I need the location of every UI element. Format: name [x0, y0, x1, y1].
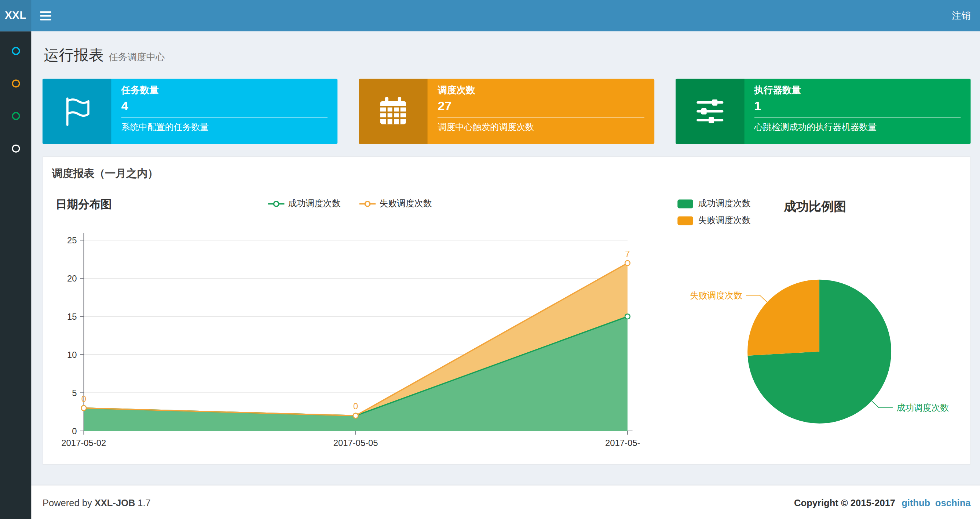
legend-swatch	[678, 200, 693, 209]
sliders-icon	[694, 95, 726, 128]
page-subtitle: 任务调度中心	[109, 51, 165, 62]
svg-text:5: 5	[72, 388, 76, 398]
divider	[754, 117, 961, 118]
svg-text:失败调度次数: 失败调度次数	[690, 290, 742, 300]
calendar-icon	[377, 95, 410, 128]
info-box-title: 调度次数	[438, 85, 644, 96]
legend-item-success[interactable]: 成功调度次数	[678, 198, 750, 209]
info-box-icon-area	[676, 79, 744, 144]
legend-item-success[interactable]: 成功调度次数	[268, 198, 341, 209]
info-box-value: 4	[121, 99, 328, 113]
svg-text:2017-05-05: 2017-05-05	[333, 438, 378, 448]
footer-right: Copyright © 2015-2017 github oschina	[794, 497, 970, 508]
info-box-desc: 心跳检测成功的执行器机器数量	[754, 122, 961, 133]
info-box-desc: 调度中心触发的调度次数	[438, 122, 644, 133]
flag-icon	[60, 95, 93, 128]
legend-line-marker	[268, 201, 284, 207]
info-box-desc: 系统中配置的任务数量	[121, 122, 328, 133]
circle-outline-icon	[12, 144, 20, 152]
report-panel: 调度报表（一月之内） 日期分布图 成功调度次数	[43, 156, 971, 465]
legend-swatch	[678, 217, 693, 225]
legend-label: 成功调度次数	[288, 198, 341, 209]
info-box-job-count: 任务数量 4 系统中配置的任务数量	[43, 79, 338, 144]
sidebar	[0, 31, 31, 519]
svg-text:0: 0	[81, 394, 86, 404]
pie-chart-legend: 成功调度次数 失败调度次数	[678, 198, 750, 232]
xxl-job-dashboard: XXL 注销 运行报表任务调度中心	[0, 0, 980, 519]
line-chart-legend: 成功调度次数 失败调度次数	[268, 198, 432, 209]
hamburger-icon	[40, 11, 51, 21]
menu-toggle-button[interactable]	[31, 0, 59, 31]
powered-by: Powered byXXL-JOB1.7	[43, 497, 153, 508]
version-text: 1.7	[138, 497, 151, 508]
legend-item-fail[interactable]: 失败调度次数	[678, 215, 750, 227]
pie-chart-canvas: 成功调度次数失败调度次数	[673, 217, 966, 430]
svg-text:7: 7	[625, 249, 630, 259]
svg-text:0: 0	[72, 426, 76, 436]
info-box-body: 调度次数 27 调度中心触发的调度次数	[428, 79, 654, 144]
info-box-title: 任务数量	[121, 85, 328, 96]
product-name: XXL-JOB	[95, 497, 135, 508]
sidebar-item-report[interactable]	[0, 35, 31, 67]
line-chart-canvas: 05101520252017-05-022017-05-052017-05-08…	[56, 220, 640, 453]
circle-outline-icon	[12, 112, 20, 120]
info-box-body: 执行器数量 1 心跳检测成功的执行器机器数量	[744, 79, 970, 144]
info-box-trigger-count: 调度次数 27 调度中心触发的调度次数	[359, 79, 654, 144]
legend-label: 失败调度次数	[698, 215, 750, 227]
info-box-executor-count: 执行器数量 1 心跳检测成功的执行器机器数量	[676, 79, 971, 144]
info-boxes-row: 任务数量 4 系统中配置的任务数量	[31, 79, 980, 144]
svg-text:10: 10	[67, 350, 77, 360]
navbar-right: 注销	[943, 0, 980, 31]
divider	[438, 117, 644, 118]
svg-text:15: 15	[67, 311, 77, 321]
footer: Powered byXXL-JOB1.7 Copyright © 2015-20…	[31, 485, 980, 519]
panel-body: 日期分布图 成功调度次数	[43, 187, 970, 464]
logout-link[interactable]: 注销	[952, 10, 970, 21]
page-title: 运行报表	[44, 46, 104, 63]
pie-chart-title: 成功比例图	[784, 198, 846, 215]
sidebar-item-help[interactable]	[0, 132, 31, 165]
legend-label: 成功调度次数	[698, 198, 750, 209]
sidebar-item-job-manage[interactable]	[0, 67, 31, 99]
oschina-link[interactable]: oschina	[935, 497, 971, 508]
info-box-body: 任务数量 4 系统中配置的任务数量	[111, 79, 337, 144]
divider	[121, 117, 328, 118]
main-content: 运行报表任务调度中心 任务数量 4 系统中配置的任务数量	[31, 31, 980, 484]
info-box-value: 1	[754, 99, 961, 113]
sidebar-item-job-log[interactable]	[0, 99, 31, 132]
navbar: XXL 注销	[0, 0, 980, 31]
powered-by-text: Powered by	[43, 497, 92, 508]
circle-outline-icon	[12, 46, 20, 55]
success-ratio-chart: 成功调度次数 失败调度次数 成功比例图 成功调度次数失败调度次数	[652, 192, 966, 453]
copyright-text: Copyright © 2015-2017	[794, 497, 895, 508]
info-box-value: 27	[438, 99, 644, 113]
svg-text:25: 25	[67, 235, 77, 245]
info-box-icon-area	[359, 79, 428, 144]
svg-text:20: 20	[67, 273, 77, 283]
svg-text:成功调度次数: 成功调度次数	[896, 402, 949, 412]
github-link[interactable]: github	[902, 497, 930, 508]
info-box-icon-area	[43, 79, 111, 144]
circle-outline-icon	[12, 79, 20, 87]
legend-line-marker	[360, 201, 375, 207]
panel-title: 调度报表（一月之内）	[43, 157, 970, 187]
legend-label: 失败调度次数	[379, 198, 432, 209]
logo[interactable]: XXL	[0, 0, 31, 31]
content-header: 运行报表任务调度中心	[31, 31, 980, 65]
svg-text:0: 0	[353, 402, 358, 412]
svg-text:2017-05-02: 2017-05-02	[61, 438, 106, 448]
info-box-title: 执行器数量	[754, 85, 961, 96]
svg-text:2017-05-08: 2017-05-08	[605, 438, 640, 448]
date-distribution-chart: 日期分布图 成功调度次数	[56, 192, 652, 453]
line-chart-title: 日期分布图	[56, 197, 112, 212]
legend-item-fail[interactable]: 失败调度次数	[360, 198, 432, 209]
